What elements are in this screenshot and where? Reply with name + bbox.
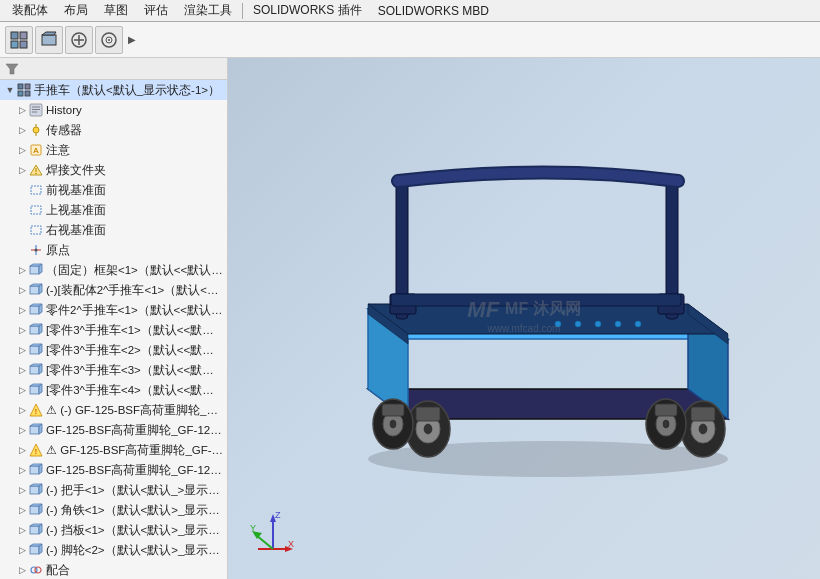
part2-expand-icon[interactable]: ▷	[16, 302, 28, 318]
tree-item-mate[interactable]: ▷ 配合	[0, 560, 227, 579]
tree-item-fixed-frame[interactable]: ▷ （固定）框架<1>（默认<<默认_显示状	[0, 260, 227, 280]
svg-rect-75	[30, 546, 39, 554]
part3-2-expand-icon[interactable]: ▷	[16, 342, 28, 358]
main-layout: ▼ 手推车（默认<默认_显示状态-1>） ▷	[0, 58, 820, 579]
svg-rect-38	[30, 286, 39, 294]
menu-sketch[interactable]: 草图	[96, 0, 136, 21]
tree-item-gf125-1[interactable]: ▷ ! ⚠ (-) GF-125-BSF高荷重脚轮_GF-12...	[0, 400, 227, 420]
guard-label: (-) 挡板<1>（默认<默认>_显示状态	[46, 523, 225, 538]
guard-icon	[28, 522, 44, 538]
castor2-label: (-) 脚轮<2>（默认<默认>_显示状态 1>	[46, 543, 225, 558]
annotation-expand-icon[interactable]: ▷	[16, 142, 28, 158]
tree-item-angle-iron[interactable]: ▷ (-) 角铁<1>（默认<默认>_显示状态	[0, 500, 227, 520]
cart-3d-model	[308, 149, 788, 489]
mate-icon	[28, 562, 44, 578]
feature-tree-panel: ▼ 手推车（默认<默认_显示状态-1>） ▷	[0, 58, 228, 579]
tree-item-part3-1[interactable]: ▷ [零件3^手推车<1>（默认<<默认>...	[0, 320, 227, 340]
target-btn[interactable]	[95, 26, 123, 54]
svg-rect-15	[18, 91, 23, 96]
handle-expand-icon[interactable]: ▷	[16, 482, 28, 498]
part3-4-label: [零件3^手推车<4>（默认<<默认>...	[46, 383, 225, 398]
history-expand-icon[interactable]: ▷	[16, 102, 28, 118]
tree-item-part2[interactable]: ▷ 零件2^手推车<1>（默认<<默认_...)	[0, 300, 227, 320]
tree-item-right-plane[interactable]: 右视基准面	[0, 220, 227, 240]
tree-item-guard[interactable]: ▷ (-) 挡板<1>（默认<默认>_显示状态	[0, 520, 227, 540]
gf125-1-label: ⚠ (-) GF-125-BSF高荷重脚轮_GF-12...	[46, 403, 225, 418]
svg-point-103	[699, 424, 707, 434]
tree-item-gf125-4[interactable]: ▷ GF-125-BSF高荷重脚轮_GF-125-...	[0, 460, 227, 480]
part3-3-expand-icon[interactable]: ▷	[16, 362, 28, 378]
feature-tree[interactable]: ▼ 手推车（默认<默认_显示状态-1>） ▷	[0, 80, 227, 579]
filter-icon[interactable]	[4, 61, 20, 77]
svg-point-95	[615, 321, 621, 327]
gf125-3-expand-icon[interactable]: ▷	[16, 442, 28, 458]
assembly2-icon	[28, 282, 44, 298]
origin-expand-placeholder	[16, 242, 28, 258]
tree-item-part3-3[interactable]: ▷ [零件3^手推车<3>（默认<<默认>...	[0, 360, 227, 380]
menu-evaluate[interactable]: 评估	[136, 0, 176, 21]
mate-expand-icon[interactable]: ▷	[16, 562, 28, 578]
menu-sw-mbd[interactable]: SOLIDWORKS MBD	[370, 2, 497, 20]
angle-iron-expand-icon[interactable]: ▷	[16, 502, 28, 518]
svg-rect-44	[30, 326, 39, 334]
handle-part-icon	[28, 482, 44, 498]
top-plane-icon	[28, 202, 44, 218]
svg-text:X: X	[288, 539, 294, 549]
svg-rect-13	[18, 84, 23, 89]
tree-item-top-plane[interactable]: 上视基准面	[0, 200, 227, 220]
gf125-2-expand-icon[interactable]: ▷	[16, 422, 28, 438]
svg-rect-14	[25, 84, 30, 89]
origin-label: 原点	[46, 243, 70, 258]
tree-item-castor2[interactable]: ▷ (-) 脚轮<2>（默认<默认>_显示状态 1>	[0, 540, 227, 560]
part3-3-icon	[28, 362, 44, 378]
3d-viewport[interactable]: MF MF 沐风网 www.mfcad.com Z X Y	[228, 58, 820, 579]
menu-sw-plugin[interactable]: SOLIDWORKS 插件	[245, 0, 370, 21]
toolbar-more-btn[interactable]: ▶	[124, 26, 140, 54]
insert-btn[interactable]	[65, 26, 93, 54]
svg-marker-12	[6, 64, 18, 74]
menu-assembly[interactable]: 装配体	[4, 0, 56, 21]
svg-point-111	[663, 420, 669, 428]
menu-bar: 装配体 布局 草图 评估 渲染工具 SOLIDWORKS 插件 SOLIDWOR…	[0, 0, 820, 22]
gf125-4-expand-icon[interactable]: ▷	[16, 462, 28, 478]
part-btn[interactable]	[35, 26, 63, 54]
tree-item-assembly2[interactable]: ▷ (-)[装配体2^手推车<1>（默认<默认>	[0, 280, 227, 300]
gf125-1-expand-icon[interactable]: ▷	[16, 402, 28, 418]
part3-1-expand-icon[interactable]: ▷	[16, 322, 28, 338]
gf125-2-icon	[28, 422, 44, 438]
tree-item-gf125-3[interactable]: ▷ ! ⚠ GF-125-BSF高荷重脚轮_GF-125-...	[0, 440, 227, 460]
history-icon	[28, 102, 44, 118]
tree-item-gf125-2[interactable]: ▷ GF-125-BSF高荷重脚轮_GF-125-...	[0, 420, 227, 440]
weld-expand-icon[interactable]: ▷	[16, 162, 28, 178]
svg-text:Z: Z	[275, 510, 281, 520]
part3-4-expand-icon[interactable]: ▷	[16, 382, 28, 398]
castor2-expand-icon[interactable]: ▷	[16, 542, 28, 558]
gf125-3-label: ⚠ GF-125-BSF高荷重脚轮_GF-125-...	[46, 443, 225, 458]
assembly2-expand-icon[interactable]: ▷	[16, 282, 28, 298]
fixed-frame-expand-icon[interactable]: ▷	[16, 262, 28, 278]
assembly-btn[interactable]	[5, 26, 33, 54]
tree-item-sensor[interactable]: ▷ 传感器	[0, 120, 227, 140]
part2-label: 零件2^手推车<1>（默认<<默认_...)	[46, 303, 225, 318]
tree-item-history[interactable]: ▷ History	[0, 100, 227, 120]
svg-point-11	[108, 39, 110, 41]
svg-point-99	[424, 424, 432, 434]
guard-expand-icon[interactable]: ▷	[16, 522, 28, 538]
tree-item-handle[interactable]: ▷ (-) 把手<1>（默认<默认_>显示状态 1	[0, 480, 227, 500]
tree-item-weld[interactable]: ▷ 焊接文件夹	[0, 160, 227, 180]
tree-item-annotation[interactable]: ▷ A 注意	[0, 140, 227, 160]
menu-layout[interactable]: 布局	[56, 0, 96, 21]
root-expand-icon[interactable]: ▼	[4, 82, 16, 98]
angle-iron-label: (-) 角铁<1>（默认<默认>_显示状态	[46, 503, 225, 518]
sensor-label: 传感器	[46, 123, 82, 138]
front-plane-icon	[28, 182, 44, 198]
menu-render[interactable]: 渲染工具	[176, 0, 240, 21]
svg-rect-53	[30, 386, 39, 394]
tree-item-part3-2[interactable]: ▷ [零件3^手推车<2>（默认<<默认>...	[0, 340, 227, 360]
tree-item-part3-4[interactable]: ▷ [零件3^手推车<4>（默认<<默认>...	[0, 380, 227, 400]
tree-item-front-plane[interactable]: 前视基准面	[0, 180, 227, 200]
svg-rect-112	[655, 404, 677, 416]
tree-root[interactable]: ▼ 手推车（默认<默认_显示状态-1>）	[0, 80, 227, 100]
tree-item-origin[interactable]: 原点	[0, 240, 227, 260]
sensor-expand-icon[interactable]: ▷	[16, 122, 28, 138]
